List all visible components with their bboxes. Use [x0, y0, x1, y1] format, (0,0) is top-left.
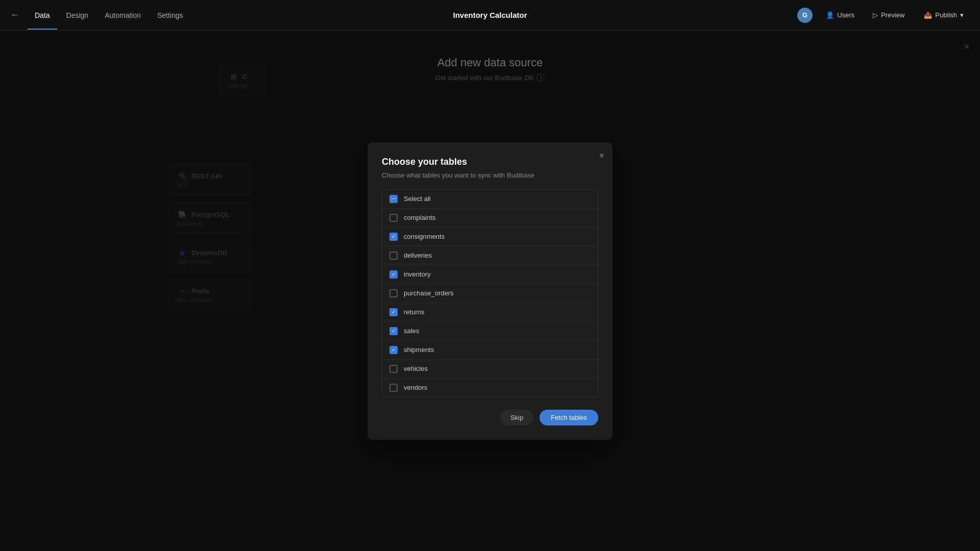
table-label-select-all: Select all	[404, 195, 431, 203]
topnav: ← Data Design Automation Settings Invent…	[0, 0, 980, 31]
modal-overlay: × Choose your tables Choose what tables …	[0, 31, 980, 551]
chevron-down-icon: ▾	[960, 11, 964, 19]
table-label-returns: returns	[404, 308, 424, 316]
checkbox-sales[interactable]	[389, 327, 398, 335]
modal-footer: Skip Fetch tables	[382, 410, 598, 425]
checkbox-shipments[interactable]	[389, 346, 398, 354]
table-list: Select all complaints consignments deliv…	[382, 189, 598, 397]
table-label-consignments: consignments	[404, 233, 445, 240]
table-label-sales: sales	[404, 327, 419, 335]
publish-icon: 📤	[924, 11, 932, 19]
checkbox-returns[interactable]	[389, 308, 398, 316]
users-icon: 👤	[826, 11, 834, 19]
publish-button[interactable]: 📤 Publish ▾	[918, 8, 970, 22]
topnav-right: G 👤 Users ▷ Preview 📤 Publish ▾	[797, 8, 970, 23]
app-title: Inventory Calculator	[453, 11, 527, 19]
table-label-inventory: inventory	[404, 270, 431, 278]
table-label-vehicles: vehicles	[404, 365, 428, 372]
table-row-purchase-orders[interactable]: purchase_orders	[382, 284, 598, 303]
table-row-inventory[interactable]: inventory	[382, 265, 598, 284]
table-row-shipments[interactable]: shipments	[382, 341, 598, 360]
table-row-vehicles[interactable]: vehicles	[382, 360, 598, 379]
checkbox-vendors[interactable]	[389, 384, 398, 392]
table-row-vendors[interactable]: vendors	[382, 379, 598, 397]
table-label-complaints: complaints	[404, 214, 435, 221]
fetch-tables-button[interactable]: Fetch tables	[540, 410, 598, 425]
table-row-sales[interactable]: sales	[382, 322, 598, 341]
table-row-select-all[interactable]: Select all	[382, 190, 598, 209]
checkbox-vehicles[interactable]	[389, 365, 398, 373]
preview-button[interactable]: ▷ Preview	[868, 8, 910, 22]
checkbox-deliveries[interactable]	[389, 252, 398, 260]
checkbox-complaints[interactable]	[389, 214, 398, 222]
table-row-returns[interactable]: returns	[382, 303, 598, 322]
table-row-complaints[interactable]: complaints	[382, 209, 598, 228]
tab-automation[interactable]: Automation	[97, 8, 148, 22]
checkbox-inventory[interactable]	[389, 270, 398, 279]
users-button[interactable]: 👤 Users	[821, 8, 860, 22]
checkbox-purchase-orders[interactable]	[389, 289, 398, 297]
checkbox-select-all[interactable]	[389, 195, 398, 203]
modal-subtitle: Choose what tables you want to sync with…	[382, 171, 598, 179]
main-content: × Add new data source Get started with o…	[0, 31, 980, 551]
modal-close-button[interactable]: ×	[599, 151, 604, 161]
tab-data[interactable]: Data	[28, 8, 57, 22]
tab-design[interactable]: Design	[59, 8, 96, 22]
table-row-deliveries[interactable]: deliveries	[382, 246, 598, 265]
table-label-purchase-orders: purchase_orders	[404, 289, 454, 297]
table-label-shipments: shipments	[404, 346, 434, 354]
checkbox-consignments[interactable]	[389, 233, 398, 241]
choose-tables-modal: × Choose your tables Choose what tables …	[368, 142, 612, 440]
back-button[interactable]: ←	[10, 10, 19, 20]
table-label-deliveries: deliveries	[404, 252, 432, 259]
tab-settings[interactable]: Settings	[150, 8, 190, 22]
skip-button[interactable]: Skip	[500, 410, 533, 425]
modal-title: Choose your tables	[382, 157, 598, 167]
preview-icon: ▷	[873, 11, 878, 19]
table-row-consignments[interactable]: consignments	[382, 228, 598, 246]
avatar: G	[797, 8, 813, 23]
table-label-vendors: vendors	[404, 384, 427, 391]
nav-tabs: Data Design Automation Settings	[28, 8, 190, 22]
